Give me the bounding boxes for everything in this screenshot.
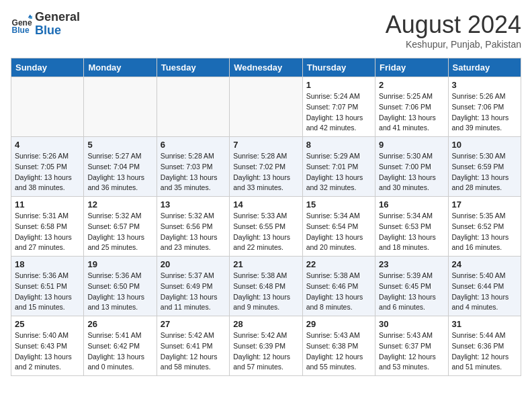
day-number: 2 bbox=[379, 80, 444, 90]
calendar-cell: 2Sunrise: 5:25 AM Sunset: 7:06 PM Daylig… bbox=[375, 77, 448, 137]
day-info: Sunrise: 5:27 AM Sunset: 7:04 PM Dayligh… bbox=[87, 151, 152, 193]
calendar-cell: 7Sunrise: 5:28 AM Sunset: 7:02 PM Daylig… bbox=[230, 137, 302, 197]
day-number: 29 bbox=[306, 319, 371, 329]
day-info: Sunrise: 5:30 AM Sunset: 7:00 PM Dayligh… bbox=[379, 151, 444, 193]
calendar-cell: 8Sunrise: 5:29 AM Sunset: 7:01 PM Daylig… bbox=[302, 137, 375, 197]
day-number: 15 bbox=[306, 199, 371, 210]
calendar-cell bbox=[11, 77, 84, 137]
calendar-week-3: 11Sunrise: 5:31 AM Sunset: 6:58 PM Dayli… bbox=[11, 197, 521, 257]
calendar-cell: 19Sunrise: 5:36 AM Sunset: 6:50 PM Dayli… bbox=[84, 257, 157, 316]
day-number: 11 bbox=[15, 199, 80, 210]
day-number: 20 bbox=[161, 259, 226, 269]
calendar-cell: 13Sunrise: 5:32 AM Sunset: 6:56 PM Dayli… bbox=[157, 197, 229, 257]
day-number: 5 bbox=[87, 140, 152, 150]
calendar-cell: 4Sunrise: 5:26 AM Sunset: 7:05 PM Daylig… bbox=[11, 137, 84, 197]
calendar-cell: 14Sunrise: 5:33 AM Sunset: 6:55 PM Dayli… bbox=[230, 197, 302, 257]
day-info: Sunrise: 5:43 AM Sunset: 6:37 PM Dayligh… bbox=[379, 330, 444, 373]
weekday-header-wednesday: Wednesday bbox=[230, 58, 302, 77]
calendar-cell: 10Sunrise: 5:30 AM Sunset: 6:59 PM Dayli… bbox=[448, 137, 521, 197]
day-number: 9 bbox=[379, 140, 444, 150]
day-info: Sunrise: 5:28 AM Sunset: 7:02 PM Dayligh… bbox=[233, 151, 298, 193]
day-info: Sunrise: 5:37 AM Sunset: 6:49 PM Dayligh… bbox=[161, 271, 226, 313]
calendar-cell: 29Sunrise: 5:43 AM Sunset: 6:38 PM Dayli… bbox=[302, 316, 375, 376]
day-info: Sunrise: 5:42 AM Sunset: 6:41 PM Dayligh… bbox=[161, 330, 226, 373]
day-number: 4 bbox=[15, 140, 80, 150]
weekday-header-tuesday: Tuesday bbox=[157, 58, 229, 77]
calendar-cell: 24Sunrise: 5:40 AM Sunset: 6:44 PM Dayli… bbox=[448, 257, 521, 316]
day-info: Sunrise: 5:33 AM Sunset: 6:55 PM Dayligh… bbox=[233, 211, 298, 253]
day-info: Sunrise: 5:40 AM Sunset: 6:44 PM Dayligh… bbox=[452, 271, 517, 313]
calendar-cell: 17Sunrise: 5:35 AM Sunset: 6:52 PM Dayli… bbox=[448, 197, 521, 257]
day-info: Sunrise: 5:43 AM Sunset: 6:38 PM Dayligh… bbox=[306, 330, 371, 373]
weekday-header-thursday: Thursday bbox=[302, 58, 375, 77]
day-number: 16 bbox=[379, 199, 444, 210]
calendar-week-4: 18Sunrise: 5:36 AM Sunset: 6:51 PM Dayli… bbox=[11, 257, 521, 316]
calendar-cell: 16Sunrise: 5:34 AM Sunset: 6:53 PM Dayli… bbox=[375, 197, 448, 257]
day-info: Sunrise: 5:41 AM Sunset: 6:42 PM Dayligh… bbox=[87, 330, 152, 373]
location: Keshupur, Punjab, Pakistan bbox=[386, 39, 521, 50]
day-number: 13 bbox=[161, 199, 226, 210]
day-info: Sunrise: 5:34 AM Sunset: 6:54 PM Dayligh… bbox=[306, 211, 371, 253]
calendar-cell: 20Sunrise: 5:37 AM Sunset: 6:49 PM Dayli… bbox=[157, 257, 229, 316]
logo-text: General Blue bbox=[35, 11, 80, 38]
page-header: General Blue General Blue August 2024 Ke… bbox=[11, 11, 521, 50]
calendar-cell: 23Sunrise: 5:39 AM Sunset: 6:45 PM Dayli… bbox=[375, 257, 448, 316]
calendar-cell: 3Sunrise: 5:26 AM Sunset: 7:06 PM Daylig… bbox=[448, 77, 521, 137]
calendar-cell: 21Sunrise: 5:38 AM Sunset: 6:48 PM Dayli… bbox=[230, 257, 302, 316]
day-number: 19 bbox=[87, 259, 152, 269]
day-info: Sunrise: 5:32 AM Sunset: 6:57 PM Dayligh… bbox=[87, 211, 152, 253]
day-number: 27 bbox=[161, 319, 226, 329]
calendar-cell: 28Sunrise: 5:42 AM Sunset: 6:39 PM Dayli… bbox=[230, 316, 302, 376]
calendar-week-5: 25Sunrise: 5:40 AM Sunset: 6:43 PM Dayli… bbox=[11, 316, 521, 376]
day-info: Sunrise: 5:28 AM Sunset: 7:03 PM Dayligh… bbox=[161, 151, 226, 193]
weekday-header-saturday: Saturday bbox=[448, 58, 521, 77]
calendar-cell: 15Sunrise: 5:34 AM Sunset: 6:54 PM Dayli… bbox=[302, 197, 375, 257]
weekday-header-row: SundayMondayTuesdayWednesdayThursdayFrid… bbox=[11, 58, 521, 77]
calendar-cell: 1Sunrise: 5:24 AM Sunset: 7:07 PM Daylig… bbox=[302, 77, 375, 137]
calendar-cell bbox=[84, 77, 157, 137]
calendar-cell: 27Sunrise: 5:42 AM Sunset: 6:41 PM Dayli… bbox=[157, 316, 229, 376]
weekday-header-friday: Friday bbox=[375, 58, 448, 77]
day-number: 7 bbox=[233, 140, 298, 150]
day-number: 26 bbox=[87, 319, 152, 329]
calendar-cell: 6Sunrise: 5:28 AM Sunset: 7:03 PM Daylig… bbox=[157, 137, 229, 197]
calendar-cell: 5Sunrise: 5:27 AM Sunset: 7:04 PM Daylig… bbox=[84, 137, 157, 197]
calendar-cell bbox=[157, 77, 229, 137]
svg-text:Blue: Blue bbox=[12, 26, 30, 35]
day-number: 28 bbox=[233, 319, 298, 329]
month-title: August 2024 bbox=[386, 11, 521, 39]
calendar-cell: 26Sunrise: 5:41 AM Sunset: 6:42 PM Dayli… bbox=[84, 316, 157, 376]
day-info: Sunrise: 5:29 AM Sunset: 7:01 PM Dayligh… bbox=[306, 151, 371, 193]
day-info: Sunrise: 5:25 AM Sunset: 7:06 PM Dayligh… bbox=[379, 91, 444, 134]
logo: General Blue General Blue bbox=[11, 11, 80, 38]
day-number: 18 bbox=[15, 259, 80, 269]
day-number: 21 bbox=[233, 259, 298, 269]
day-number: 25 bbox=[15, 319, 80, 329]
weekday-header-monday: Monday bbox=[84, 58, 157, 77]
calendar-cell bbox=[230, 77, 302, 137]
day-number: 14 bbox=[233, 199, 298, 210]
calendar-week-2: 4Sunrise: 5:26 AM Sunset: 7:05 PM Daylig… bbox=[11, 137, 521, 197]
title-block: August 2024 Keshupur, Punjab, Pakistan bbox=[386, 11, 521, 50]
day-info: Sunrise: 5:40 AM Sunset: 6:43 PM Dayligh… bbox=[15, 330, 80, 373]
day-number: 6 bbox=[161, 140, 226, 150]
day-info: Sunrise: 5:36 AM Sunset: 6:50 PM Dayligh… bbox=[87, 271, 152, 313]
day-number: 10 bbox=[452, 140, 517, 150]
calendar-week-1: 1Sunrise: 5:24 AM Sunset: 7:07 PM Daylig… bbox=[11, 77, 521, 137]
calendar-cell: 12Sunrise: 5:32 AM Sunset: 6:57 PM Dayli… bbox=[84, 197, 157, 257]
day-number: 3 bbox=[452, 80, 517, 90]
day-info: Sunrise: 5:35 AM Sunset: 6:52 PM Dayligh… bbox=[452, 211, 517, 253]
day-info: Sunrise: 5:38 AM Sunset: 6:48 PM Dayligh… bbox=[233, 271, 298, 313]
day-info: Sunrise: 5:32 AM Sunset: 6:56 PM Dayligh… bbox=[161, 211, 226, 253]
day-info: Sunrise: 5:30 AM Sunset: 6:59 PM Dayligh… bbox=[452, 151, 517, 193]
day-info: Sunrise: 5:42 AM Sunset: 6:39 PM Dayligh… bbox=[233, 330, 298, 373]
day-info: Sunrise: 5:24 AM Sunset: 7:07 PM Dayligh… bbox=[306, 91, 371, 134]
day-info: Sunrise: 5:39 AM Sunset: 6:45 PM Dayligh… bbox=[379, 271, 444, 313]
day-info: Sunrise: 5:34 AM Sunset: 6:53 PM Dayligh… bbox=[379, 211, 444, 253]
day-number: 24 bbox=[452, 259, 517, 269]
day-info: Sunrise: 5:31 AM Sunset: 6:58 PM Dayligh… bbox=[15, 211, 80, 253]
day-number: 17 bbox=[452, 199, 517, 210]
day-info: Sunrise: 5:26 AM Sunset: 7:05 PM Dayligh… bbox=[15, 151, 80, 193]
day-info: Sunrise: 5:36 AM Sunset: 6:51 PM Dayligh… bbox=[15, 271, 80, 313]
calendar-cell: 25Sunrise: 5:40 AM Sunset: 6:43 PM Dayli… bbox=[11, 316, 84, 376]
